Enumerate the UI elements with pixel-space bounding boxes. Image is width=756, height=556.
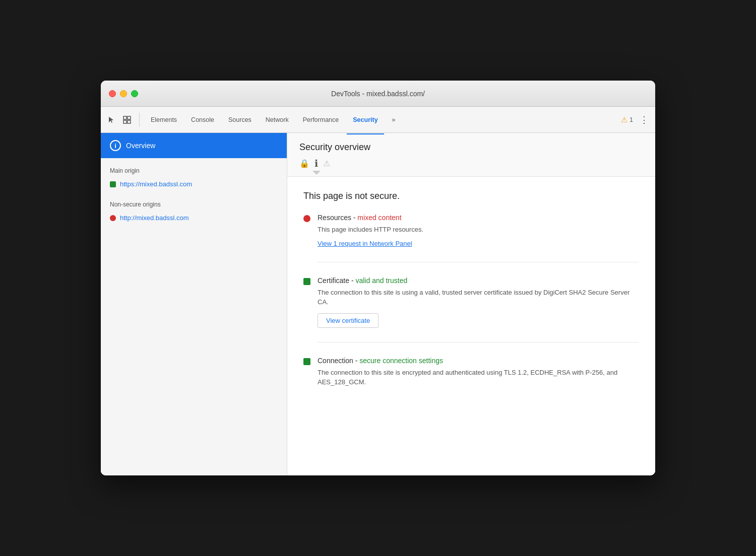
certificate-status-text: valid and trusted (355, 276, 407, 285)
connection-item: Connection - secure connection settings … (303, 357, 639, 391)
resources-desc: This page includes HTTP resources. (318, 225, 639, 235)
connection-desc: The connection to this site is encrypted… (318, 368, 639, 387)
more-options-button[interactable]: ⋮ (637, 113, 651, 127)
cursor-tool-button[interactable] (105, 113, 119, 127)
divider-2 (318, 342, 639, 342)
non-secure-section: Non-secure origins http://mixed.badssl.c… (101, 192, 287, 226)
non-secure-title: Non-secure origins (110, 201, 278, 208)
resources-item: Resources - mixed content This page incl… (303, 214, 639, 248)
view-network-panel-link[interactable]: View 1 request in Network Panel (318, 240, 412, 247)
status-icons: 🔒 ℹ ⚠ (299, 158, 643, 171)
main-origin-section: Main origin https://mixed.badssl.com (101, 158, 287, 192)
svg-rect-0 (123, 116, 127, 119)
tab-elements[interactable]: Elements (145, 112, 183, 127)
certificate-status-indicator (303, 278, 310, 285)
non-secure-origin-item[interactable]: http://mixed.badssl.com (110, 212, 278, 224)
tab-sources[interactable]: Sources (222, 112, 258, 127)
main-origin-dot (110, 181, 116, 187)
toolbar: Elements Console Sources Network Perform… (101, 107, 655, 133)
more-tabs-button[interactable]: » (386, 112, 402, 127)
element-picker-button[interactable] (120, 113, 134, 127)
minimize-button[interactable] (120, 90, 127, 97)
security-panel: Security overview 🔒 ℹ ⚠ This page is not… (287, 133, 655, 475)
connection-status-text: secure connection settings (359, 357, 443, 365)
certificate-desc: The connection to this site is using a v… (318, 288, 639, 307)
tab-performance[interactable]: Performance (297, 112, 345, 127)
overview-info-icon: i (110, 140, 121, 151)
divider-1 (318, 262, 639, 262)
panel-title: Security overview (299, 142, 643, 153)
sidebar-overview-label: Overview (126, 142, 155, 150)
sidebar: i Overview Main origin https://mixed.bad… (101, 133, 287, 475)
info-status-icon[interactable]: ℹ (314, 158, 318, 169)
close-button[interactable] (109, 90, 116, 97)
resources-status-indicator (303, 215, 310, 222)
view-certificate-button[interactable]: View certificate (318, 313, 379, 328)
warning-badge[interactable]: ⚠ 1 (621, 115, 633, 124)
tab-network[interactable]: Network (260, 112, 295, 127)
connection-label: Connection - (318, 357, 359, 365)
svg-rect-1 (128, 116, 131, 119)
resources-title: Resources - mixed content (318, 214, 639, 222)
warning-count: 1 (629, 116, 633, 123)
resources-status-text: mixed content (357, 214, 401, 222)
window-title: DevTools - mixed.badssl.com/ (331, 90, 425, 98)
non-secure-origin-link[interactable]: http://mixed.badssl.com (120, 214, 189, 222)
warning-status-icon: ⚠ (323, 159, 330, 168)
sidebar-overview-item[interactable]: i Overview (101, 133, 287, 158)
toolbar-right: ⚠ 1 ⋮ (621, 113, 651, 127)
main-origin-title: Main origin (110, 167, 278, 174)
title-bar: DevTools - mixed.badssl.com/ (101, 81, 655, 107)
panel-header: Security overview 🔒 ℹ ⚠ (287, 133, 655, 177)
warning-icon: ⚠ (621, 115, 627, 124)
lock-status-icon: 🔒 (299, 159, 309, 168)
main-origin-item[interactable]: https://mixed.badssl.com (110, 178, 278, 190)
non-secure-origin-dot (110, 215, 116, 221)
certificate-item: Certificate - valid and trusted The conn… (303, 276, 639, 328)
maximize-button[interactable] (131, 90, 138, 97)
resources-content: Resources - mixed content This page incl… (318, 214, 639, 248)
element-picker-icon (123, 116, 131, 124)
cursor-icon (108, 116, 116, 124)
svg-rect-2 (123, 120, 127, 123)
main-origin-link[interactable]: https://mixed.badssl.com (120, 180, 192, 188)
svg-rect-3 (128, 120, 131, 123)
devtools-window: DevTools - mixed.badssl.com/ Elements Co… (101, 81, 655, 475)
connection-content: Connection - secure connection settings … (318, 357, 639, 391)
certificate-label: Certificate - (318, 276, 355, 285)
main-content: i Overview Main origin https://mixed.bad… (101, 133, 655, 475)
tab-security[interactable]: Security (347, 112, 384, 127)
traffic-lights (109, 90, 138, 97)
toolbar-icons (105, 113, 140, 127)
connection-title: Connection - secure connection settings (318, 357, 639, 365)
not-secure-message: This page is not secure. (303, 191, 639, 201)
connection-status-indicator (303, 358, 310, 365)
panel-body: This page is not secure. Resources - mix… (287, 177, 655, 420)
tab-console[interactable]: Console (185, 112, 220, 127)
certificate-content: Certificate - valid and trusted The conn… (318, 276, 639, 328)
resources-label: Resources - (318, 214, 357, 222)
certificate-title: Certificate - valid and trusted (318, 276, 639, 285)
